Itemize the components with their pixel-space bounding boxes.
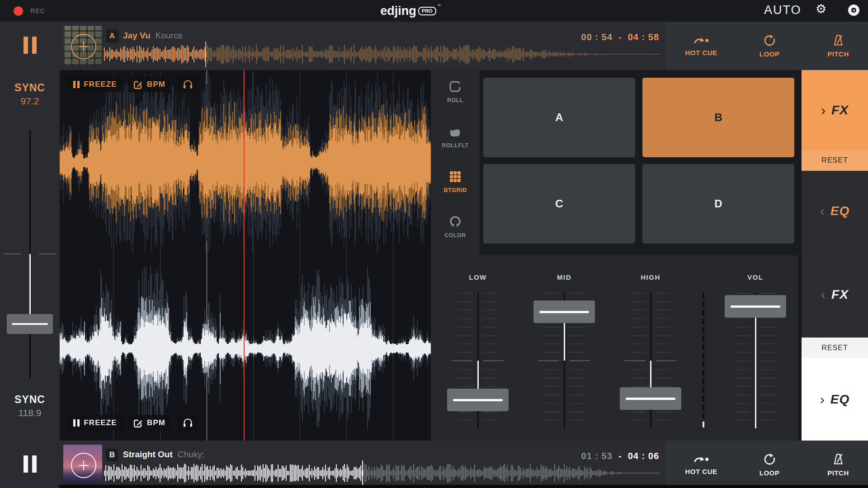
- high-label: HIGH: [619, 273, 682, 281]
- deck-a-freeze-button[interactable]: FREEZE: [67, 76, 123, 92]
- deck-b-transport: HOT CUE LOOP PITCH: [665, 441, 868, 488]
- deck-b-sync-button[interactable]: SYNC 118.9: [0, 394, 60, 418]
- record-disc-icon[interactable]: [848, 5, 859, 16]
- freeze-label: FREEZE: [84, 80, 117, 89]
- pad-b[interactable]: B: [642, 78, 794, 157]
- deck-b-hot-cue-button[interactable]: HOT CUE: [674, 441, 728, 488]
- logo-trademark: ™: [437, 4, 441, 8]
- deck-a-badge: A: [106, 30, 118, 42]
- deck-b-title: Straight Out: [123, 450, 173, 459]
- deck-b-pitch-button[interactable]: PITCH: [811, 441, 865, 488]
- auto-mix-button[interactable]: AUTO: [764, 3, 802, 17]
- mid-slider-handle[interactable]: [533, 300, 595, 323]
- pad-d[interactable]: D: [642, 164, 794, 244]
- crossfader-active-segment: [29, 254, 31, 324]
- deck-b-loop-button[interactable]: LOOP: [742, 441, 797, 488]
- mixer-sidebar: SYNC 97.2 SYNC 118.9: [0, 70, 60, 441]
- settings-gear-icon[interactable]: ⚙: [816, 3, 826, 15]
- slider-center-mark: [483, 360, 504, 361]
- beat-grid-pads: A B C D: [480, 70, 802, 255]
- deck-a-bpm-value: 97.2: [0, 96, 60, 107]
- pitch-label: PITCH: [827, 50, 849, 58]
- deck-b-fx-toggle[interactable]: ‹ FX: [802, 251, 868, 338]
- deck-b-progress-playhead: [362, 460, 363, 486]
- fx-tab-label: COLOR: [444, 232, 466, 239]
- slider-center-mark: [452, 360, 472, 361]
- waveform-display: FREEZE BPM FREEZE: [60, 70, 431, 441]
- rec-label: REC: [30, 7, 45, 14]
- headphone-icon: [182, 418, 193, 428]
- deck-b-reset-button[interactable]: RESET: [802, 338, 868, 358]
- deck-a-album-art[interactable]: [63, 26, 102, 66]
- low-slider-handle[interactable]: [447, 389, 509, 411]
- deck-a-eq-toggle[interactable]: ‹ EQ: [802, 171, 868, 251]
- slider-center-mark: [624, 360, 645, 361]
- vu-meter: [703, 293, 704, 428]
- rollflt-icon: [448, 125, 463, 139]
- fx-tab-color[interactable]: COLOR: [431, 211, 480, 256]
- deck-b-sync-label: SYNC: [0, 394, 60, 406]
- mid-label: MID: [533, 273, 596, 281]
- deck-a-fx-toggle[interactable]: › FX: [802, 70, 868, 150]
- freeze-pause-icon: [73, 419, 80, 427]
- roll-icon: [448, 80, 463, 94]
- hot-cue-label: HOT CUE: [685, 49, 717, 56]
- hot-cue-icon: [693, 35, 709, 45]
- deck-a-track-info: Jay VuKource: [123, 31, 183, 41]
- freeze-label: FREEZE: [84, 418, 117, 427]
- deck-b-waveform[interactable]: [60, 256, 431, 441]
- app-logo: edjing PRO ™: [371, 0, 450, 22]
- volume-slider[interactable]: [724, 293, 787, 428]
- eq-slider-mid[interactable]: [533, 293, 596, 428]
- crossfader[interactable]: [0, 130, 60, 379]
- deck-a-reset-button[interactable]: RESET: [802, 150, 868, 171]
- high-slider-handle[interactable]: [620, 387, 681, 410]
- deck-a-fx-label: FX: [831, 103, 849, 117]
- deck-b-freeze-button[interactable]: FREEZE: [67, 415, 123, 431]
- fx-tab-rollflt[interactable]: ROLLFLT: [431, 121, 480, 166]
- deck-a-progress-playhead: [205, 42, 206, 67]
- crossfader-center-mark: [4, 253, 21, 254]
- deck-b-eq-label: EQ: [830, 392, 849, 407]
- eq-slider-high[interactable]: [619, 293, 682, 428]
- vol-slider-handle[interactable]: [725, 295, 786, 318]
- deck-a-bar: A Jay VuKource 00 : 54 - 04 : 58 HOT CUE: [0, 22, 868, 70]
- deck-a-headphone-cue-button[interactable]: [178, 76, 198, 92]
- fx-tab-btgrid[interactable]: BTGRID: [431, 165, 480, 211]
- fx-tab-label: ROLLFLT: [442, 142, 469, 149]
- deck-a-pause-button[interactable]: [24, 37, 37, 54]
- fx-mixer-panel: ROLL ROLLFLT BTGRID: [431, 70, 798, 441]
- pitch-metronome-icon: [832, 34, 844, 47]
- slider-center-mark: [570, 360, 590, 361]
- deck-a-time: 00 : 54 - 04 : 58: [581, 32, 659, 42]
- fx-tab-roll[interactable]: ROLL: [431, 75, 480, 121]
- deck-b-pause-button[interactable]: [24, 455, 37, 473]
- pad-a[interactable]: A: [483, 78, 635, 157]
- deck-a-waveform[interactable]: [60, 70, 431, 255]
- pad-c[interactable]: C: [483, 164, 635, 244]
- rec-indicator-icon: [14, 6, 23, 16]
- deck-b-eq-toggle[interactable]: › EQ: [802, 358, 868, 441]
- deck-b-album-art[interactable]: [63, 445, 102, 484]
- eq-slider-low[interactable]: [446, 293, 509, 428]
- deck-b-bar: B Straight OutChuky; 01 : 53 - 04 : 06 H…: [0, 441, 868, 488]
- deck-b-progress-waveform[interactable]: [104, 463, 660, 483]
- edjing-pro-app: REC edjing PRO ™ AUTO ⚙ A Jay VuKource 0…: [0, 0, 868, 488]
- rec-button[interactable]: REC: [14, 0, 45, 22]
- deck-a-sync-button[interactable]: SYNC 97.2: [0, 82, 60, 107]
- crossfader-handle[interactable]: [7, 314, 53, 334]
- color-icon: [448, 215, 463, 229]
- deck-a-hot-cue-button[interactable]: HOT CUE: [674, 22, 728, 70]
- deck-a-pitch-button[interactable]: PITCH: [811, 22, 865, 70]
- deck-a-loop-button[interactable]: LOOP: [742, 22, 797, 70]
- deck-a-progress-waveform[interactable]: [104, 44, 660, 65]
- slider-active-segment: [755, 306, 756, 428]
- bpm-label: BPM: [147, 80, 165, 89]
- deck-a-bpm-edit-button[interactable]: BPM: [128, 76, 170, 92]
- chevron-right-icon: ›: [820, 393, 825, 406]
- bpm-edit-icon: [133, 80, 143, 89]
- deck-b-bpm-edit-button[interactable]: BPM: [128, 415, 170, 431]
- deck-b-fx-label: FX: [831, 287, 849, 302]
- deck-a-wave-buttons: FREEZE BPM: [67, 76, 198, 92]
- deck-b-headphone-cue-button[interactable]: [178, 415, 198, 431]
